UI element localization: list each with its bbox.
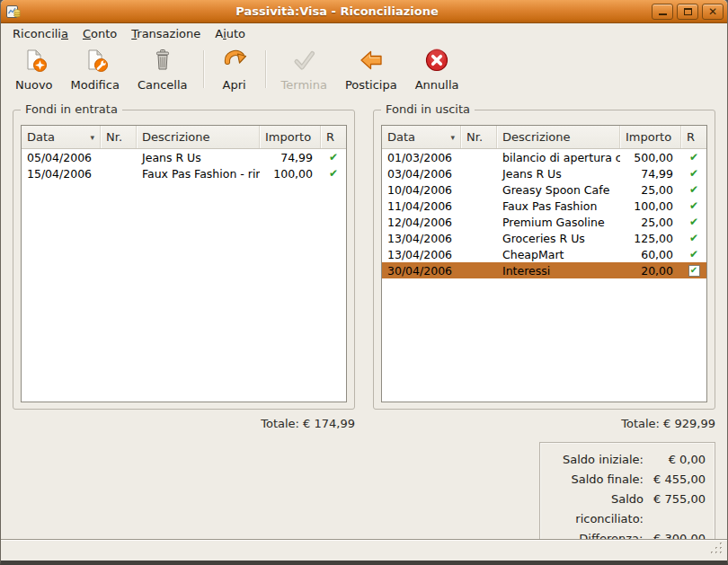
table-row[interactable]: 01/03/2006 bilancio di apertura car 500,… [382,149,706,165]
postpone-left-arrow-icon [357,46,386,77]
column-header-data[interactable]: Data ▾ [382,126,461,148]
table-row[interactable]: 12/04/2006 Premium Gasoline 25,00 ✔ [382,214,706,230]
cell-amount: 74,99 [620,167,681,181]
menu-transazione[interactable]: Transazione [124,24,208,43]
reconciled-check-icon: ✔ [689,200,698,211]
menu-riconcilia[interactable]: Riconcilia [5,24,75,43]
table-row[interactable]: 11/04/2006 Faux Pas Fashion 100,00 ✔ [382,198,706,214]
titlebar[interactable]: Passività:Visa - Riconciliazione ✕ [1,0,727,23]
postpone-button[interactable]: Posticipa [336,46,406,93]
new-button-label: Nuovo [15,78,53,92]
table-row[interactable]: 05/04/2006 Jeans R Us 74,99 ✔ [22,149,346,165]
table-row[interactable]: 13/04/2006 Groceries R Us 125,00 ✔ [382,230,706,246]
reconcile-window: Passività:Visa - Riconciliazione ✕ Ricon… [0,0,728,565]
cancel-button[interactable]: Annulla [406,46,468,93]
trash-icon [148,46,177,77]
cell-date: 13/04/2006 [382,248,461,261]
cancel-button-label: Annulla [415,78,459,92]
cell-amount: 100,00 [620,199,681,213]
totals-row: Totale: € 174,99 Totale: € 929,99 [13,417,715,430]
reconciled-check-icon: ✔ [329,152,338,163]
reconcile-toggle[interactable]: ✔ [681,249,706,260]
table-row[interactable]: 15/04/2006 Faux Pas Fashion - rim 100,00… [22,165,346,181]
cell-date: 01/03/2006 [382,151,461,164]
menubar: Riconcilia Conto Transazione Aiuto [1,23,727,44]
finish-button-label: Termina [281,78,327,92]
reconciled-check-icon: ✔ [689,168,698,179]
cell-description: Faux Pas Fashion - rim [137,167,260,181]
table-row[interactable]: 13/04/2006 CheapMart 60,00 ✔ [382,246,706,262]
column-header-importo[interactable]: Importo [620,126,681,148]
summary-difference: Differenza: -€ 300,00 [549,529,706,539]
sort-descending-icon: ▾ [450,133,455,142]
open-button[interactable]: Apri [210,46,259,93]
maximize-button[interactable] [677,4,698,20]
menu-aiuto[interactable]: Aiuto [208,24,253,43]
reconcile-toggle[interactable]: ✔ [681,168,706,179]
cell-description: Premium Gasoline [497,216,620,229]
cell-amount: 60,00 [620,248,681,261]
funds-in-rows: 05/04/2006 Jeans R Us 74,99 ✔ 15/04/2006… [22,149,346,402]
reconcile-toggle[interactable]: ✔ [681,152,706,163]
funds-out-rows: 01/03/2006 bilancio di apertura car 500,… [382,149,706,402]
new-transaction-icon [20,46,49,77]
sort-descending-icon: ▾ [90,133,94,142]
column-header-data[interactable]: Data ▾ [22,126,101,148]
reconcile-toggle[interactable]: ✔ [321,152,346,163]
reconciled-check-icon: ✔ [689,233,698,243]
reconcile-toggle[interactable]: ✔ [681,265,706,277]
reconciled-check-icon: ✔ [689,249,698,260]
reconciled-check-icon: ✔ [689,152,698,163]
close-button[interactable]: ✕ [702,4,724,20]
column-header-descrizione[interactable]: Descrizione [497,126,620,148]
minimize-button[interactable] [652,4,673,20]
cell-description: CheapMart [497,248,620,261]
edit-button[interactable]: Modifica [62,46,129,93]
column-header-descrizione[interactable]: Descrizione [137,126,260,148]
column-header-nr[interactable]: Nr. [101,126,137,148]
funds-out-total: Totale: € 929,99 [373,417,715,430]
reconcile-toggle[interactable]: ✔ [681,233,706,243]
menu-conto[interactable]: Conto [75,24,124,43]
reconcile-toggle[interactable]: ✔ [681,184,706,195]
cell-amount: 25,00 [620,216,681,229]
finish-button[interactable]: Termina [272,46,336,93]
column-header-r[interactable]: R [321,126,346,148]
table-row[interactable]: 30/04/2006 Interessi 20,00 ✔ [382,262,706,278]
gnucash-app-icon [4,3,22,21]
cell-amount: 100,00 [260,167,321,181]
cell-date: 13/04/2006 [382,232,461,245]
funds-out-header: Data ▾ Nr. Descrizione Importo R [382,126,706,149]
delete-button[interactable]: Cancella [129,46,197,93]
funds-in-panel: Fondi in entrata Data ▾ Nr. Descrizione … [13,110,355,410]
reconcile-toggle[interactable]: ✔ [681,216,706,227]
open-button-label: Apri [222,78,245,92]
column-header-importo[interactable]: Importo [260,126,321,148]
cell-date: 12/04/2006 [382,216,461,229]
resize-grip[interactable] [709,542,724,559]
summary-starting-balance: Saldo iniziale: € 0,00 [549,450,706,470]
cell-date: 15/04/2006 [22,167,101,181]
reconciled-check-icon: ✔ [329,168,338,179]
cell-date: 05/04/2006 [22,151,101,164]
cell-amount: 125,00 [620,232,681,245]
new-button[interactable]: Nuovo [6,46,62,93]
cell-description: Jeans R Us [137,151,260,164]
table-row[interactable]: 03/04/2006 Jeans R Us 74,99 ✔ [382,165,706,181]
cell-amount: 500,00 [620,151,681,164]
jump-arrow-icon [220,46,249,77]
cell-date: 10/04/2006 [382,183,461,197]
reconcile-toggle[interactable]: ✔ [681,200,706,211]
reconcile-toggle[interactable]: ✔ [321,168,346,179]
cell-date: 11/04/2006 [382,199,461,213]
cell-description: Greasy Spoon Cafe [497,183,620,197]
balance-summary: Saldo iniziale: € 0,00 Saldo finale: € 4… [539,442,715,539]
reconciled-check-icon: ✔ [688,265,700,277]
column-header-nr[interactable]: Nr. [461,126,497,148]
column-header-r[interactable]: R [681,126,706,148]
cancel-icon [422,46,451,77]
table-row[interactable]: 10/04/2006 Greasy Spoon Cafe 25,00 ✔ [382,181,706,198]
edit-transaction-icon [81,46,110,77]
funds-out-panel: Fondi in uscita Data ▾ Nr. Descrizione I… [373,110,715,410]
funds-in-title: Fondi in entrata [21,102,122,116]
